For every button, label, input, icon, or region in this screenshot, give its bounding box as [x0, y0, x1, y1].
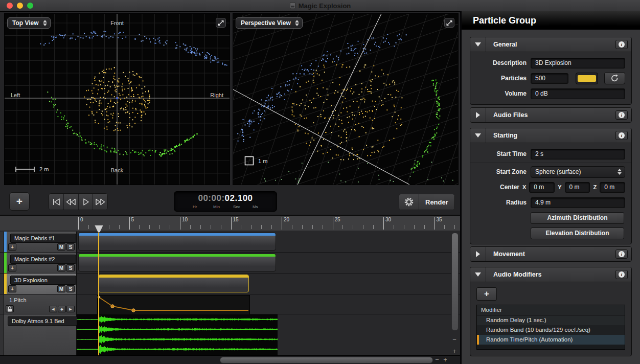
refresh-icon: [609, 73, 620, 83]
particles-refresh-button[interactable]: [604, 72, 625, 84]
solo-button[interactable]: S: [66, 264, 75, 271]
h-zoom-in-button[interactable]: +: [442, 356, 449, 363]
mute-button[interactable]: M: [57, 264, 65, 271]
timeline-ruler[interactable]: 05101520253035: [77, 216, 460, 231]
add-keyframe-button[interactable]: ◆: [58, 306, 66, 312]
track-name-field[interactable]: Magic Debris #2: [10, 255, 76, 264]
mute-button[interactable]: M: [57, 285, 65, 292]
azimuth-distribution-button[interactable]: Azimuth Distribution: [531, 212, 624, 224]
track-add-button[interactable]: +: [8, 243, 16, 251]
clip-3d-explosion-selected[interactable]: [98, 275, 249, 292]
movement-info-button[interactable]: i: [615, 249, 628, 259]
skip-to-start-button[interactable]: [49, 194, 64, 210]
track-grab-handle[interactable]: [0, 232, 4, 252]
automation-lane-header[interactable]: 1.Pitch ◀ ◆ ▶: [4, 294, 77, 314]
pitch-automation-curve[interactable]: [98, 295, 249, 314]
add-modifier-button[interactable]: +: [476, 287, 497, 301]
horizontal-scrollbar-track[interactable]: − +: [0, 355, 460, 364]
track-lane[interactable]: [77, 274, 460, 294]
title-bar[interactable]: Magic Explosion: [0, 0, 640, 12]
modifier-row-random-delay[interactable]: Random Delay (1 sec.): [477, 315, 625, 325]
waveform-region[interactable]: [77, 314, 278, 355]
track-lane[interactable]: [77, 232, 460, 252]
modifier-row-random-time-pitch-selected[interactable]: Random Time/Pitch (Automation): [477, 335, 625, 345]
prev-keyframe-button[interactable]: ◀: [49, 306, 57, 312]
center-label: Center: [475, 184, 519, 191]
track-grab-handle[interactable]: [0, 294, 4, 314]
rewind-button[interactable]: [64, 194, 79, 210]
clip-magic-debris-1[interactable]: [78, 233, 276, 251]
center-x-input[interactable]: 0 m: [529, 182, 555, 193]
audio-modifiers-info-button[interactable]: i: [615, 270, 628, 279]
description-input[interactable]: 3D Explosion: [531, 58, 625, 69]
expand-icon: [446, 19, 453, 27]
top-view-viewport: Front Back Left Right 2 m Top View: [4, 13, 230, 185]
v-zoom-in-button[interactable]: +: [451, 348, 458, 355]
particle-color-button[interactable]: [576, 73, 598, 84]
track-header[interactable]: Magic Debris #1 + M S: [7, 232, 77, 252]
padlock-icon: [7, 306, 12, 312]
mute-button[interactable]: M: [57, 243, 65, 251]
top-view-canvas[interactable]: [5, 14, 230, 185]
audio-modifiers-disclosure-button[interactable]: [470, 267, 486, 282]
track-header-selected[interactable]: 3D Explosion + M S: [7, 274, 77, 294]
solo-button[interactable]: S: [66, 243, 75, 251]
top-scale-label: 2 m: [39, 166, 49, 172]
info-icon: i: [619, 271, 625, 278]
automation-lane-content[interactable]: [77, 294, 460, 314]
fast-forward-button[interactable]: [93, 194, 107, 210]
top-view-expand-button[interactable]: [216, 18, 226, 28]
track-name-field[interactable]: Magic Debris #1: [10, 234, 76, 243]
start-zone-select[interactable]: Sphere (surface): [531, 166, 625, 178]
center-z-input[interactable]: 0 m: [600, 182, 625, 193]
track-grab-handle[interactable]: [0, 274, 4, 294]
general-info-button[interactable]: i: [615, 40, 628, 49]
volume-input[interactable]: 0 dB: [531, 88, 625, 99]
h-zoom-out-button[interactable]: −: [433, 356, 441, 363]
timecode-seconds-ms: 02.100: [225, 193, 253, 203]
perspective-scale-label: 1 m: [258, 158, 267, 164]
perspective-scale-indicator: 1 m: [244, 156, 267, 166]
vertical-scrollbar-thumb[interactable]: [451, 233, 459, 331]
particles-input[interactable]: 500: [531, 73, 568, 84]
timecode-display[interactable]: 00:00:02.100 Hr Min Sec Ms: [174, 191, 277, 212]
horizontal-scrollbar-thumb[interactable]: [220, 357, 433, 363]
track-lane[interactable]: [77, 253, 460, 273]
top-view-selector[interactable]: Top View: [7, 17, 51, 29]
modifier-row-random-band[interactable]: Random Band (10 bands/129 coef./seq): [477, 325, 625, 335]
audio-files-disclosure-button[interactable]: [470, 108, 486, 122]
audio-files-info-button[interactable]: i: [615, 110, 628, 120]
solo-button[interactable]: S: [66, 285, 75, 292]
track-grab-handle[interactable]: [0, 314, 4, 355]
axis-x-label: X: [522, 184, 526, 190]
elevation-distribution-button[interactable]: Elevation Distribution: [531, 228, 624, 239]
audio-track-lane[interactable]: [77, 314, 460, 355]
starting-disclosure-button[interactable]: [470, 128, 486, 143]
automation-lane-name: 1.Pitch: [9, 297, 27, 303]
track-name-field[interactable]: Dolby Atmos 9.1 Bed: [8, 316, 78, 326]
radius-input[interactable]: 4.9 m: [531, 197, 625, 208]
perspective-expand-button[interactable]: [444, 18, 454, 28]
perspective-view-selector[interactable]: Perspective View: [236, 17, 303, 29]
automation-region[interactable]: [97, 295, 250, 315]
render-button[interactable]: Render: [419, 194, 454, 210]
add-particle-group-button[interactable]: +: [9, 192, 30, 211]
clip-magic-debris-2[interactable]: [78, 254, 276, 271]
center-y-input[interactable]: 0 m: [565, 182, 590, 193]
start-time-input[interactable]: 2 s: [531, 149, 625, 160]
track-add-button[interactable]: +: [8, 285, 16, 292]
lock-button[interactable]: [6, 305, 14, 312]
v-zoom-out-button[interactable]: −: [451, 336, 458, 344]
next-keyframe-button[interactable]: ▶: [66, 306, 75, 312]
track-header[interactable]: Magic Debris #2 + M S: [7, 253, 77, 273]
render-settings-button[interactable]: [399, 194, 419, 210]
track-add-button[interactable]: +: [8, 264, 16, 271]
general-disclosure-button[interactable]: [470, 37, 486, 52]
audio-track-header[interactable]: Dolby Atmos 9.1 Bed: [4, 314, 77, 355]
movement-disclosure-button[interactable]: [470, 247, 486, 261]
starting-info-button[interactable]: i: [615, 131, 628, 140]
dropdown-arrows-icon: [618, 169, 622, 175]
play-button[interactable]: [79, 194, 94, 210]
track-grab-handle[interactable]: [0, 253, 4, 273]
track-name-field[interactable]: 3D Explosion: [10, 276, 76, 285]
